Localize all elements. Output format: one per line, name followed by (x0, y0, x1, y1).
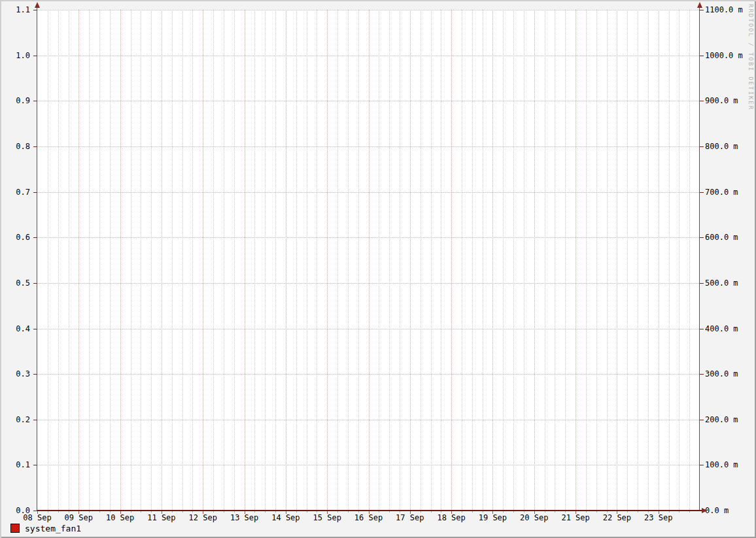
left-axis-tick-label: 0.7 (0, 188, 30, 197)
left-axis-arrow-icon (35, 2, 40, 8)
major-tick-right (700, 56, 704, 56)
minor-tick-bottom (524, 511, 524, 513)
minor-gridline-vertical (234, 10, 235, 511)
major-gridline-vertical (203, 10, 203, 511)
minor-tick-bottom (89, 511, 90, 513)
left-axis-tick-label: 0.4 (0, 324, 30, 333)
minor-gridline-vertical (555, 10, 555, 511)
x-axis-tick-label: 16 Sep (354, 513, 383, 522)
minor-gridline-vertical (89, 10, 90, 511)
minor-gridline-vertical (151, 10, 152, 511)
left-axis-tick-label: 0.6 (0, 233, 30, 242)
minor-tick-bottom (421, 511, 421, 513)
x-axis-tick-label: 18 Sep (437, 513, 465, 522)
x-axis-tick-label: 19 Sep (479, 513, 507, 522)
minor-gridline-vertical (254, 10, 255, 511)
minor-gridline-vertical (192, 10, 193, 511)
minor-gridline-vertical (58, 10, 59, 511)
minor-gridline-vertical (131, 10, 131, 511)
minor-tick-bottom (151, 511, 152, 513)
minor-gridline-vertical (389, 10, 390, 511)
right-axis-tick-label: 600.0 m (705, 233, 738, 242)
left-axis-tick-label: 0.5 (0, 278, 30, 288)
minor-gridline-vertical (172, 10, 173, 511)
major-gridline-vertical (659, 10, 659, 511)
left-axis-tick-label: 0.3 (0, 369, 30, 378)
left-y-axis-line (37, 5, 37, 511)
minor-tick-bottom (513, 511, 514, 513)
major-tick-right (700, 283, 704, 284)
left-axis-tick-label: 0.9 (0, 96, 30, 105)
major-tick-right (700, 10, 704, 10)
left-axis-tick-label: 0.1 (0, 460, 30, 469)
major-gridline-horizontal (37, 329, 700, 329)
minor-gridline-vertical (545, 10, 545, 511)
right-y-axis-line (699, 5, 700, 511)
minor-tick-bottom (296, 511, 297, 513)
minor-tick-bottom (254, 511, 255, 513)
minor-gridline-vertical (307, 10, 307, 511)
minor-gridline-vertical (648, 10, 649, 511)
major-gridline-horizontal (37, 10, 700, 10)
minor-tick-bottom (99, 511, 100, 513)
major-gridline-vertical (78, 10, 79, 511)
minor-gridline-vertical (182, 10, 183, 511)
right-axis-tick-label: 100.0 m (705, 460, 738, 469)
major-tick-right (700, 420, 704, 420)
minor-tick-bottom (265, 511, 266, 513)
minor-gridline-vertical (265, 10, 266, 511)
minor-gridline-vertical (689, 10, 690, 511)
minor-gridline-vertical (379, 10, 379, 511)
minor-tick-bottom (172, 511, 173, 513)
minor-gridline-vertical (213, 10, 214, 511)
minor-tick-bottom (669, 511, 670, 513)
minor-gridline-vertical (441, 10, 441, 511)
minor-tick-bottom (358, 511, 359, 513)
right-axis-tick-label: 700.0 m (705, 188, 738, 197)
major-gridline-vertical (120, 10, 121, 511)
minor-gridline-vertical (679, 10, 679, 511)
minor-tick-bottom (141, 511, 141, 513)
major-gridline-vertical (451, 10, 452, 511)
rrdtool-graph: 08 Sep09 Sep10 Sep11 Sep12 Sep13 Sep14 S… (0, 0, 756, 538)
x-axis-tick-label: 21 Sep (561, 513, 589, 522)
minor-tick-bottom (586, 511, 587, 513)
minor-tick-bottom (224, 511, 224, 513)
minor-tick-bottom (58, 511, 59, 513)
major-gridline-horizontal (37, 283, 700, 284)
major-gridline-horizontal (37, 374, 700, 375)
minor-gridline-vertical (224, 10, 224, 511)
minor-tick-bottom (555, 511, 555, 513)
x-axis-tick-label: 22 Sep (603, 513, 631, 522)
minor-gridline-vertical (483, 10, 483, 511)
major-gridline-horizontal (37, 192, 700, 193)
major-gridline-vertical (245, 10, 245, 511)
x-axis-tick-label: 09 Sep (65, 513, 93, 522)
major-gridline-horizontal (37, 101, 700, 101)
x-axis-tick-label: 14 Sep (271, 513, 300, 522)
rrdtool-watermark: RRDTOOL / TOBI OETIKER (747, 4, 754, 110)
right-axis-tick-label: 500.0 m (705, 278, 738, 288)
right-axis-tick-label: 0.0 m (705, 506, 729, 515)
x-axis-arrow-icon (702, 508, 708, 513)
right-axis-tick-label: 900.0 m (705, 96, 738, 105)
minor-gridline-vertical (110, 10, 111, 511)
minor-tick-bottom (275, 511, 276, 513)
minor-gridline-vertical (503, 10, 504, 511)
x-axis-tick-label: 15 Sep (313, 513, 341, 522)
minor-gridline-vertical (607, 10, 608, 511)
minor-tick-bottom (69, 511, 69, 513)
legend: system_fan1 (10, 523, 81, 533)
left-axis-tick-label: 1.0 (0, 51, 30, 60)
minor-gridline-vertical (275, 10, 276, 511)
minor-gridline-vertical (638, 10, 638, 511)
minor-gridline-vertical (337, 10, 338, 511)
minor-tick-bottom (483, 511, 483, 513)
right-axis-tick-label: 1100.0 m (705, 5, 743, 14)
minor-gridline-vertical (296, 10, 297, 511)
minor-gridline-vertical (48, 10, 48, 511)
right-axis-tick-label: 400.0 m (705, 324, 738, 333)
minor-tick-bottom (307, 511, 307, 513)
minor-tick-bottom (131, 511, 131, 513)
major-gridline-horizontal (37, 56, 700, 56)
